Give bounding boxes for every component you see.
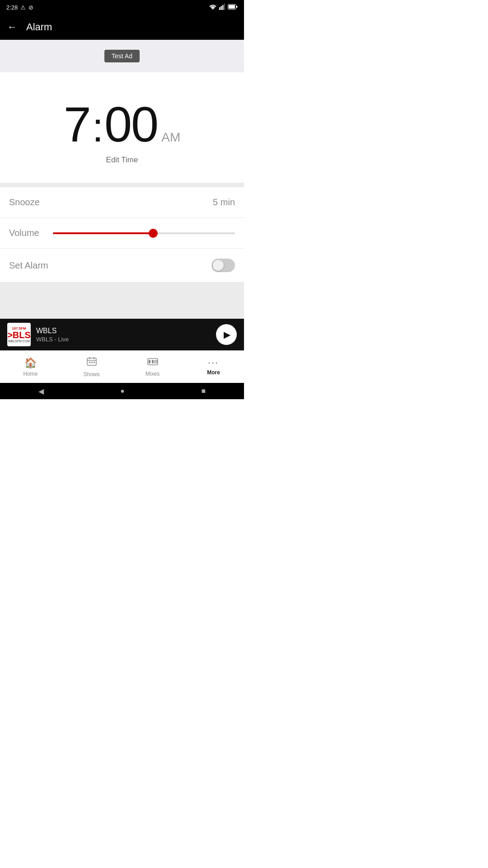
toggle-thumb [213, 260, 224, 271]
svg-rect-13 [94, 362, 95, 363]
station-name: WBLS [36, 327, 211, 335]
play-icon: ▶ [224, 329, 230, 340]
svg-rect-16 [152, 360, 154, 363]
status-time: 2:28 [6, 4, 18, 11]
snooze-label: Snooze [9, 197, 40, 208]
now-playing-bar: 107.5FM >BLS WBLSFM.COM WBLS WBLS - Live… [0, 319, 244, 350]
volume-slider-thumb[interactable] [149, 229, 158, 238]
svg-rect-3 [224, 4, 225, 10]
svg-rect-2 [222, 5, 224, 10]
svg-point-18 [155, 361, 156, 362]
mixes-icon [147, 357, 158, 369]
edit-time-button[interactable]: Edit Time [106, 156, 138, 165]
station-tagline: WBLSFM.COM [7, 340, 31, 343]
play-button[interactable]: ▶ [216, 324, 237, 345]
signal-icon [219, 4, 225, 11]
nav-label-home: Home [23, 371, 38, 377]
android-nav-bar: ◀ ● ■ [0, 383, 244, 399]
nav-label-shows: Shows [83, 371, 99, 377]
ad-label: Test Ad [104, 50, 140, 62]
page-title: Alarm [26, 21, 52, 33]
android-back-button[interactable]: ◀ [38, 387, 44, 396]
svg-rect-5 [229, 5, 235, 9]
nav-label-mixes: Mixes [145, 371, 160, 377]
warning-icon: ⚠ [20, 4, 26, 11]
set-alarm-label: Set Alarm [9, 260, 48, 271]
station-subtitle: WBLS - Live [36, 336, 211, 343]
snooze-value: 5 min [213, 197, 235, 208]
svg-rect-12 [91, 362, 93, 363]
time-minutes: 00 [104, 99, 158, 149]
status-bar: 2:28 ⚠ ⊘ [0, 0, 244, 14]
settings-section: Snooze 5 min Volume Set Alarm [0, 187, 244, 283]
status-left: 2:28 ⚠ ⊘ [6, 4, 33, 11]
shows-icon [87, 357, 97, 369]
set-alarm-row: Set Alarm [0, 249, 244, 283]
nav-item-shows[interactable]: Shows [61, 353, 122, 381]
nav-item-more[interactable]: ··· More [183, 354, 244, 379]
station-info: WBLS WBLS - Live [36, 327, 211, 343]
svg-rect-11 [89, 362, 90, 363]
svg-rect-15 [149, 360, 150, 363]
gray-area [0, 283, 244, 319]
time-separator: : [92, 107, 103, 148]
home-icon: 🏠 [24, 357, 37, 369]
ad-banner: Test Ad [0, 40, 244, 72]
time-display: 7 : 00 AM [64, 99, 181, 149]
back-button[interactable]: ← [7, 21, 17, 33]
volume-label: Volume [9, 228, 39, 238]
battery-icon [228, 4, 238, 11]
wifi-icon [209, 4, 217, 11]
more-icon: ··· [208, 358, 219, 368]
svg-rect-0 [219, 7, 221, 10]
android-home-button[interactable]: ● [120, 387, 125, 395]
status-right [209, 4, 238, 11]
nav-label-more: More [207, 369, 220, 376]
set-alarm-toggle[interactable] [211, 259, 235, 272]
nav-item-mixes[interactable]: Mixes [122, 354, 183, 381]
dnd-icon: ⊘ [28, 4, 33, 11]
nav-item-home[interactable]: 🏠 Home [0, 354, 61, 381]
volume-slider-container[interactable] [53, 229, 235, 238]
android-recents-button[interactable]: ■ [202, 387, 206, 395]
volume-slider-track [53, 232, 235, 234]
station-logo-inner: 107.5FM >BLS WBLSFM.COM [7, 323, 31, 346]
svg-rect-8 [89, 357, 90, 359]
svg-rect-1 [221, 6, 222, 10]
section-divider [0, 183, 244, 187]
svg-rect-9 [94, 357, 94, 359]
time-hours: 7 [64, 99, 90, 149]
time-section: 7 : 00 AM Edit Time [0, 72, 244, 183]
bottom-nav: 🏠 Home Shows Mixes [0, 350, 244, 383]
station-bls: >BLS [7, 330, 31, 340]
svg-rect-6 [236, 6, 238, 8]
station-logo: 107.5FM >BLS WBLSFM.COM [7, 323, 31, 346]
top-bar: ← Alarm [0, 14, 244, 40]
snooze-row[interactable]: Snooze 5 min [0, 187, 244, 218]
volume-row: Volume [0, 218, 244, 249]
time-period: AM [161, 130, 180, 145]
